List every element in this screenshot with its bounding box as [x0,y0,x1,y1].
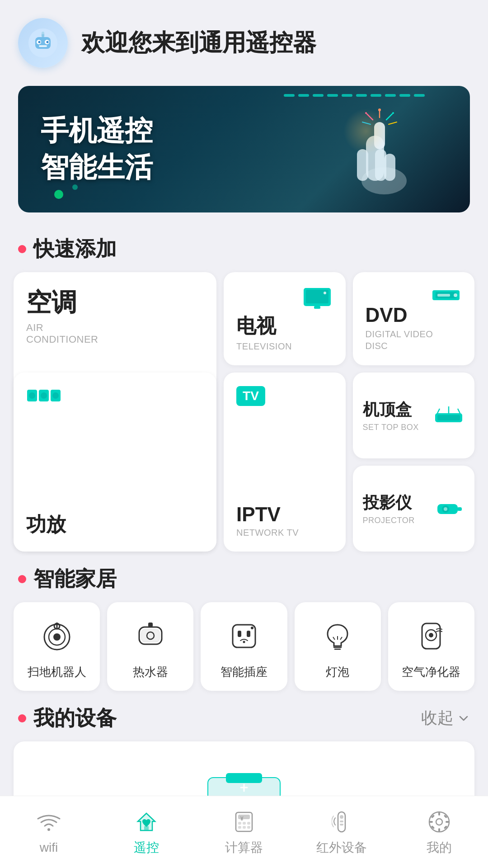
ir-device-icon [328,808,355,835]
svg-point-21 [392,112,394,114]
device-card-stb[interactable]: 机顶盒 SET TOP BOX [353,373,474,458]
svg-rect-93 [238,826,241,829]
svg-rect-34 [437,294,450,297]
iptv-name-zh: IPTV [236,503,333,526]
projector-name-zh: 投影仪 [363,492,415,514]
ac-name-zh: 空调 [26,286,204,320]
smart-card-bulb[interactable]: 灯泡 [295,602,381,691]
svg-point-35 [454,293,457,297]
tv-name-zh: 电视 [236,313,333,340]
device-card-projector[interactable]: 投影仪 PROJECTOR [353,466,474,552]
svg-rect-11 [357,149,368,181]
heater-label: 热水器 [133,665,168,680]
svg-rect-43 [437,415,460,420]
svg-rect-76 [226,773,262,783]
iptv-name-en: NETWORK TV [236,528,333,538]
svg-rect-90 [238,822,241,825]
svg-rect-62 [238,631,241,637]
svg-line-70 [340,637,342,640]
svg-point-4 [38,41,41,43]
nav-label-wifi: wifi [40,840,58,855]
device-card-dvd[interactable]: DVD DIGITAL VIDEODISC [353,272,474,365]
svg-rect-63 [247,631,250,637]
svg-rect-58 [141,629,160,642]
settings-icon [426,808,453,835]
device-card-amp[interactable]: 功放 [14,373,216,552]
svg-rect-6 [39,45,47,47]
device-card-tv[interactable]: 电视 TELEVISION [224,272,345,365]
svg-rect-95 [247,826,250,829]
dvd-name-zh: DVD [366,304,462,326]
banner-text: 手机遥控智能生活 [41,113,153,185]
my-devices-header: 我的设备 收起 [0,691,488,741]
svg-point-5 [47,41,49,43]
nav-label-ir: 红外设备 [316,839,367,856]
robot-label: 扫地机器人 [28,665,86,680]
ac-name-en: AIRCONDITIONER [26,322,204,345]
purifier-label: 空气净化器 [402,665,460,680]
svg-rect-86 [144,826,149,830]
svg-line-68 [333,637,335,640]
svg-point-41 [52,392,59,399]
svg-point-56 [56,623,58,625]
svg-point-53 [53,633,61,641]
svg-rect-13 [384,154,395,181]
svg-rect-98 [340,821,343,822]
stb-name-zh: 机顶盒 [363,399,419,421]
nav-item-ir[interactable]: 红外设备 [293,808,390,856]
nav-item-calculator[interactable]: ¥ 计算器 [195,808,293,856]
svg-line-45 [458,409,460,413]
svg-text:¥: ¥ [240,816,244,822]
my-devices-title: 我的设备 [33,704,117,732]
svg-line-18 [389,122,397,124]
banner-decoration [284,94,425,97]
smart-card-purifier[interactable]: 空气净化器 [388,602,474,691]
quick-add-header: 快速添加 [0,222,488,272]
svg-rect-88 [238,815,250,819]
quick-add-title: 快速添加 [33,235,117,263]
svg-rect-94 [243,826,246,829]
svg-point-40 [41,392,47,399]
nav-item-wifi[interactable]: wifi [0,810,98,855]
nav-item-my[interactable]: 我的 [390,808,488,856]
svg-rect-92 [247,822,250,825]
heater-icon [130,616,171,656]
device-card-iptv[interactable]: TV IPTV NETWORK TV [224,373,345,552]
smart-card-robot[interactable]: 扫地机器人 [14,602,100,691]
svg-rect-102 [438,812,440,816]
smart-home-grid: 扫地机器人 热水器 [0,602,488,691]
svg-rect-103 [438,828,440,832]
collapse-action[interactable]: 收起 [421,707,470,729]
svg-point-20 [378,108,381,111]
nav-label-remote: 遥控 [134,839,159,856]
socket-icon [224,616,264,656]
svg-point-64 [243,641,245,643]
svg-line-16 [386,114,392,120]
svg-point-85 [47,828,50,831]
svg-rect-50 [457,507,462,511]
smart-card-socket[interactable]: 智能插座 [201,602,287,691]
stb-name-en: SET TOP BOX [363,423,419,432]
nav-item-remote[interactable]: 遥控 [98,808,195,856]
nav-label-my: 我的 [427,839,452,856]
svg-point-97 [340,815,343,819]
svg-rect-30 [314,306,320,309]
calculator-icon: ¥ [230,808,258,835]
svg-point-101 [436,819,442,825]
section-dot-quick [18,245,26,253]
svg-rect-91 [243,822,246,825]
app-logo [18,18,68,68]
svg-point-39 [29,392,35,399]
quick-add-grid: 空调 AIRCONDITIONER [0,272,488,552]
app-title: 欢迎您来到通用遥控器 [81,27,316,59]
home-remote-icon [133,808,160,835]
smart-home-header: 智能家居 [0,552,488,602]
bulb-label: 灯泡 [326,665,349,680]
smart-home-title: 智能家居 [33,565,117,593]
app-header: 欢迎您来到通用遥控器 [0,0,488,77]
section-dot-smart [18,575,26,583]
svg-point-31 [324,292,326,294]
svg-rect-99 [340,824,343,826]
nav-label-calculator: 计算器 [225,839,263,856]
smart-card-heater[interactable]: 热水器 [107,602,193,691]
